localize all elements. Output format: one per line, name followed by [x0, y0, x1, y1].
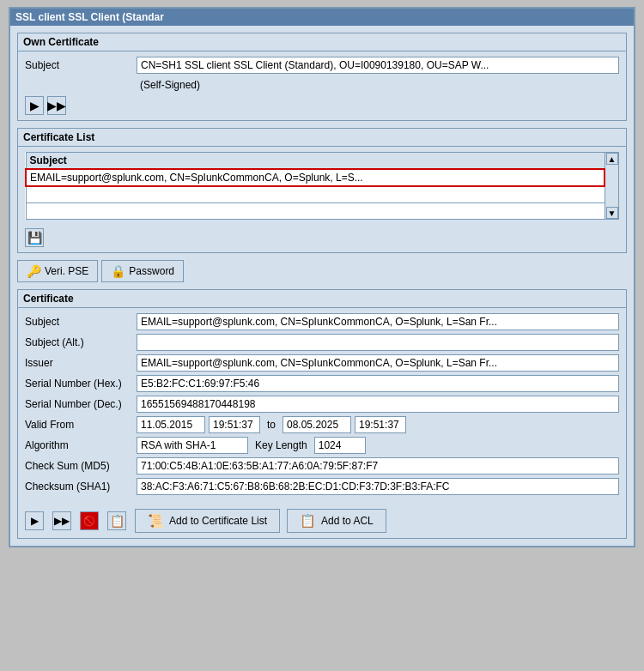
cert-list-row[interactable]: EMAIL=support@splunk.com, CN=SpIunkCommo… — [26, 169, 605, 186]
window-title: SSL client SSL Client (Standar — [10, 9, 634, 26]
cert-algo-label: Algorithm — [25, 439, 137, 451]
subject-field-row: Subject CN=SH1 SSL client SSL Client (St… — [25, 57, 619, 74]
cert-checksum-md5-row: Check Sum (MD5) 71:00:C5:4B:A1:0E:63:5B:… — [25, 457, 619, 475]
cert-serial-dec-value: 16551569488170448198 — [137, 396, 619, 413]
scroll-down-arrow[interactable]: ▼ — [606, 207, 618, 219]
cert-checksum-md5-label: Check Sum (MD5) — [25, 460, 137, 472]
signed-field-row: (Self-Signed) — [25, 77, 619, 93]
add-to-acl-button[interactable]: 📋 Add to ACL — [287, 509, 386, 533]
own-certificate-title: Own Certificate — [18, 33, 626, 51]
cert-valid-from-label: Valid From — [25, 419, 137, 431]
cert-checksum-sha1-value: 38:AC:F3:A6:71:C5:67:B8:6B:68:2B:EC:D1:C… — [137, 478, 619, 495]
certificate-title: Certificate — [18, 290, 626, 308]
col-subject-header: Subject — [26, 153, 605, 170]
certificate-list-title: Certificate List — [18, 129, 626, 147]
cert-algo-row: Algorithm RSA with SHA-1 Key Length 1024 — [25, 437, 619, 454]
cert-list-bottom-icons: 💾 — [18, 225, 626, 252]
add-to-cert-list-button[interactable]: 📜 Add to Certificate List — [135, 509, 280, 533]
cert-serial-hex-label: Serial Number (Hex.) — [25, 378, 137, 390]
cert-checksum-md5-value: 71:00:C5:4B:A1:0E:63:5B:A1:77:A6:0A:79:5… — [137, 457, 619, 475]
cert-valid-from-time: 19:51:37 — [209, 416, 260, 433]
own-certificate-section: Own Certificate Subject CN=SH1 SSL clien… — [17, 33, 627, 121]
cert-subject-label: Subject — [25, 316, 137, 328]
add-to-acl-icon: 📋 — [300, 513, 316, 529]
cert-valid-to-time: 19:51:37 — [355, 416, 406, 433]
cert-list-cell: EMAIL=support@splunk.com, CN=SpIunkCommo… — [26, 169, 605, 186]
nav-back-icon[interactable]: ▶ — [25, 96, 44, 115]
cert-issuer-value: EMAIL=support@splunk.com, CN=SpIunkCommo… — [137, 354, 619, 372]
cert-subject-alt-row: Subject (Alt.) — [25, 334, 619, 351]
signed-label: (Self-Signed) — [137, 77, 204, 93]
cert-list-save-icon[interactable]: 💾 — [25, 228, 44, 247]
cert-table-scroll: Subject EMAIL=support@splunk.com, CN=SpI… — [25, 152, 619, 220]
certificate-list-section: Certificate List Subject EMAIL=support@s… — [17, 128, 627, 253]
cert-table: Subject EMAIL=support@splunk.com, CN=SpI… — [25, 152, 605, 220]
cert-list-cell — [26, 203, 605, 220]
cert-list-row[interactable] — [26, 186, 605, 203]
cert-subject-alt-label: Subject (Alt.) — [25, 336, 137, 348]
bottom-nav-fwd-icon[interactable]: ▶▶ — [52, 511, 71, 530]
cert-valid-from-date: 11.05.2015 — [137, 416, 205, 433]
cert-subject-row: Subject EMAIL=support@splunk.com, CN=SpI… — [25, 313, 619, 330]
cert-list-row[interactable] — [26, 203, 605, 220]
nav-fwd-icon[interactable]: ▶▶ — [47, 96, 66, 115]
veri-pse-button[interactable]: 🔑 Veri. PSE — [17, 260, 98, 282]
cert-algo-value: RSA with SHA-1 — [137, 437, 248, 454]
cert-valid-from-group: 11.05.2015 19:51:37 to 08.05.2025 19:51:… — [137, 416, 406, 433]
cert-key-length-label: Key Length — [248, 439, 314, 451]
cert-table-scrollbar[interactable]: ▲ ▼ — [605, 152, 619, 220]
cert-issuer-label: Issuer — [25, 357, 137, 369]
cert-list-wrapper: Subject EMAIL=support@splunk.com, CN=SpI… — [25, 152, 619, 220]
main-window: SSL client SSL Client (Standar Own Certi… — [9, 7, 635, 547]
cert-valid-to-date: 08.05.2025 — [283, 416, 351, 433]
add-to-cert-list-label: Add to Certificate List — [169, 515, 267, 527]
cert-key-length-value: 1024 — [314, 437, 366, 454]
bottom-icon3[interactable]: 🚫 — [80, 511, 99, 530]
cert-valid-to-label: to — [264, 419, 279, 431]
cert-issuer-row: Issuer EMAIL=support@splunk.com, CN=SpIu… — [25, 354, 619, 372]
cert-serial-hex-value: E5:B2:FC:C1:69:97:F5:46 — [137, 375, 619, 392]
own-cert-icons: ▶ ▶▶ — [25, 96, 619, 115]
cert-subject-alt-value — [137, 334, 619, 351]
veri-pse-label: Veri. PSE — [45, 265, 88, 277]
cert-serial-hex-row: Serial Number (Hex.) E5:B2:FC:C1:69:97:F… — [25, 375, 619, 392]
bottom-nav-back-icon[interactable]: ▶ — [25, 511, 44, 530]
cert-list-cell — [26, 186, 605, 203]
cert-valid-row: Valid From 11.05.2015 19:51:37 to 08.05.… — [25, 416, 619, 433]
subject-label: Subject — [25, 59, 137, 71]
certificate-section: Certificate Subject EMAIL=support@splunk… — [17, 289, 627, 539]
bottom-actions: ▶ ▶▶ 🚫 📋 📜 Add to Certificate List 📋 Add… — [18, 504, 626, 538]
password-button[interactable]: 🔒 Password — [101, 260, 184, 282]
cert-checksum-sha1-row: Checksum (SHA1) 38:AC:F3:A6:71:C5:67:B8:… — [25, 478, 619, 495]
scroll-up-arrow[interactable]: ▲ — [606, 153, 618, 165]
bottom-icon4[interactable]: 📋 — [107, 511, 126, 530]
password-label: Password — [129, 265, 174, 277]
add-to-cert-list-icon: 📜 — [148, 513, 164, 529]
main-toolbar: 🔑 Veri. PSE 🔒 Password — [17, 260, 627, 282]
password-icon: 🔒 — [111, 264, 125, 278]
add-to-acl-label: Add to ACL — [321, 515, 374, 527]
cert-subject-value: EMAIL=support@splunk.com, CN=SpIunkCommo… — [137, 313, 619, 330]
cert-serial-dec-label: Serial Number (Dec.) — [25, 398, 137, 410]
veri-pse-icon: 🔑 — [27, 264, 41, 278]
cert-serial-dec-row: Serial Number (Dec.) 1655156948817044819… — [25, 396, 619, 413]
window-title-text: SSL client SSL Client (Standar — [15, 11, 164, 23]
subject-value: CN=SH1 SSL client SSL Client (Standard),… — [137, 57, 619, 74]
cert-checksum-sha1-label: Checksum (SHA1) — [25, 481, 137, 493]
